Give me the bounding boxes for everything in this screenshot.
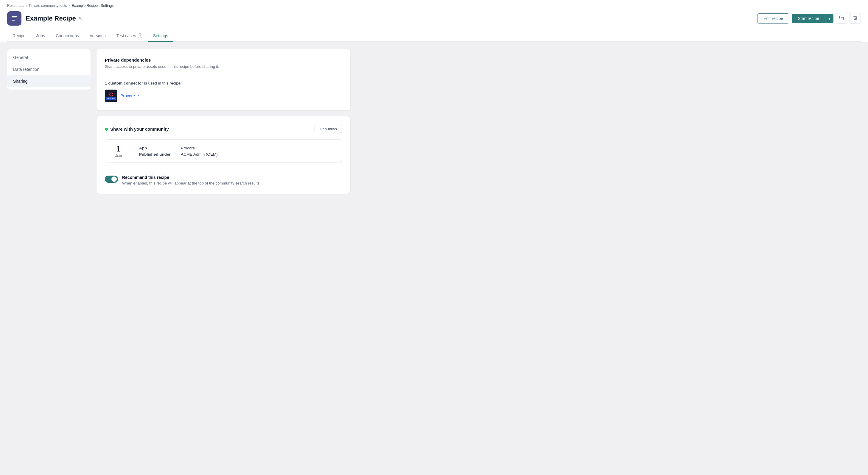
nav-tabs: Recipe Jobs Connections Versions Test ca… — [7, 30, 861, 42]
connector-info: 1 custom connector is used in this recip… — [105, 81, 342, 86]
breadcrumb-current: Example Recipe : Settings — [72, 4, 114, 8]
recommend-toggle[interactable] — [105, 176, 118, 183]
logo-c-icon: C — [109, 92, 113, 97]
start-recipe-group: Start recipe ▾ — [792, 14, 833, 23]
breadcrumb-community[interactable]: Private community tests — [29, 4, 67, 8]
tab-versions[interactable]: Versions — [84, 30, 111, 42]
stat-label: User — [112, 154, 125, 158]
share-header: Share with your community Unpublish — [105, 125, 342, 133]
recipe-title: Example Recipe ✎ — [26, 14, 82, 22]
sidebar-item-data-retention[interactable]: Data retention — [7, 63, 91, 75]
svg-rect-4 — [841, 17, 844, 20]
stat-details: App Procore Published under ACME Admin (… — [132, 140, 225, 163]
tab-connections[interactable]: Connections — [50, 30, 84, 42]
start-recipe-button[interactable]: Start recipe — [792, 14, 825, 23]
share-community-card: Share with your community Unpublish 1 Us… — [96, 116, 350, 194]
sidebar: General Data retention Sharing — [7, 49, 91, 194]
recommend-section: Recommend this recipe When enabled, this… — [105, 175, 342, 185]
svg-rect-2 — [11, 19, 17, 19]
header-left: Example Recipe ✎ — [7, 11, 82, 26]
copy-button[interactable] — [836, 13, 847, 24]
private-dependencies-title: Private dependencies — [105, 58, 342, 63]
stat-number: 1 — [112, 144, 125, 154]
top-bar: Resources › Private community tests › Ex… — [0, 0, 868, 42]
connector-logo: C PRIVATE — [105, 90, 117, 102]
start-recipe-dropdown[interactable]: ▾ — [825, 14, 833, 23]
delete-button[interactable] — [849, 13, 861, 24]
recommend-title: Recommend this recipe — [122, 175, 261, 180]
test-cases-help-icon[interactable]: ? — [137, 33, 143, 38]
edit-recipe-button[interactable]: Edit recipe — [757, 13, 789, 24]
breadcrumb-resources[interactable]: Resources — [7, 4, 24, 8]
external-link-icon: ↗ — [136, 94, 139, 98]
header-actions: Edit recipe Start recipe ▾ — [757, 13, 861, 24]
unpublish-button[interactable]: Unpublish — [315, 125, 342, 133]
connector-link: C PRIVATE Procore ↗ — [105, 90, 342, 102]
tab-settings[interactable]: Settings — [148, 30, 174, 42]
logo-private-tag: PRIVATE — [106, 97, 117, 100]
main-content: General Data retention Sharing Private d… — [0, 42, 358, 201]
breadcrumb: Resources › Private community tests › Ex… — [7, 0, 861, 9]
tab-recipe[interactable]: Recipe — [7, 30, 31, 42]
copy-icon — [839, 16, 844, 21]
breadcrumb-sep2: › — [69, 4, 70, 8]
stat-count: 1 User — [105, 140, 132, 163]
recipe-icon — [7, 11, 22, 26]
private-dependencies-desc: Grant access to private assets used in t… — [105, 64, 342, 69]
svg-rect-3 — [11, 20, 15, 21]
private-dependencies-card: Private dependencies Grant access to pri… — [96, 49, 350, 110]
status-dot — [105, 128, 108, 131]
connector-logo-inner: C PRIVATE — [105, 90, 117, 102]
stat-row-published: Published under ACME Admin (OEM) — [139, 152, 218, 157]
tab-test-cases[interactable]: Test cases ? — [111, 30, 148, 42]
sidebar-card: General Data retention Sharing — [7, 49, 91, 90]
sidebar-item-general[interactable]: General — [7, 52, 91, 63]
toggle-track[interactable] — [105, 176, 118, 183]
svg-rect-0 — [11, 16, 17, 17]
breadcrumb-sep1: › — [26, 4, 27, 8]
sidebar-item-sharing[interactable]: Sharing — [7, 75, 91, 87]
delete-icon — [853, 16, 858, 21]
stat-row-app: App Procore — [139, 146, 218, 150]
recommend-text: Recommend this recipe When enabled, this… — [122, 175, 261, 185]
connector-link-text[interactable]: Procore ↗ — [120, 94, 139, 98]
stats-box: 1 User App Procore Published under ACME … — [105, 139, 342, 163]
tab-jobs[interactable]: Jobs — [31, 30, 51, 42]
content-area: Private dependencies Grant access to pri… — [96, 49, 350, 194]
share-title: Share with your community — [105, 127, 169, 132]
svg-rect-1 — [11, 18, 16, 18]
edit-pencil-icon[interactable]: ✎ — [78, 16, 82, 21]
toggle-thumb — [112, 176, 117, 182]
recommend-desc: When enabled, this recipe will appear at… — [122, 181, 261, 185]
divider-2 — [105, 169, 342, 169]
divider-1 — [105, 75, 342, 75]
header-row: Example Recipe ✎ Edit recipe Start recip… — [7, 9, 861, 30]
